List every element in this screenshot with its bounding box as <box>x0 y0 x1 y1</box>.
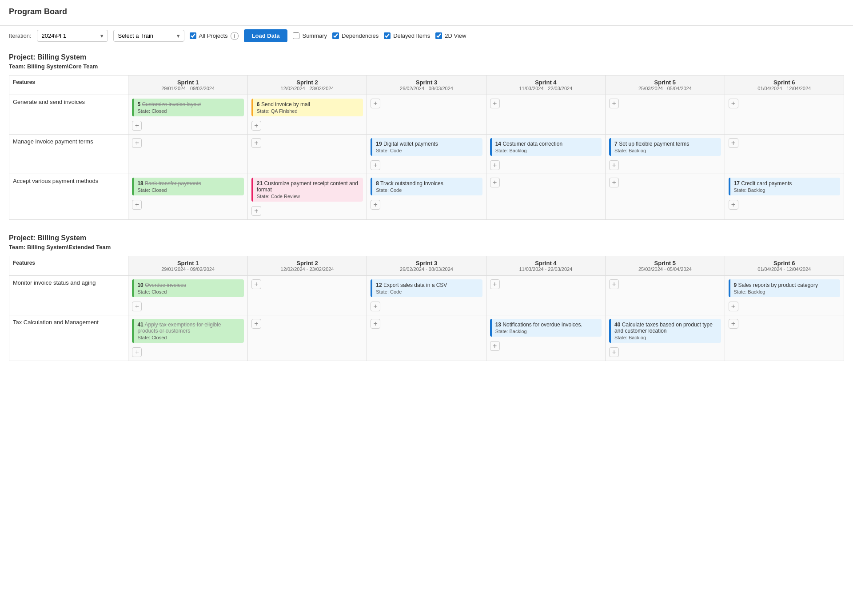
add-card-btn-2-2[interactable]: + <box>371 200 380 210</box>
add-card-btn-0-2[interactable]: + <box>371 302 380 311</box>
feature-row-2: Accept various payment methods18 Bank tr… <box>9 174 844 220</box>
cell-1-2: + <box>367 315 486 361</box>
add-card-btn-1-4[interactable]: + <box>609 160 619 170</box>
card-5[interactable]: 5 Customize invoice layoutState: Closed <box>132 99 243 116</box>
card-title: Apply tax exemptions for eligible produc… <box>137 322 221 334</box>
cell-1-1: + <box>247 135 367 174</box>
add-card-btn-1-0[interactable]: + <box>132 347 142 357</box>
card-title: Bank transfer payments <box>145 180 201 187</box>
add-card-btn-1-2[interactable]: + <box>371 160 380 170</box>
cell-1-3: 13 Notifications for overdue invoices.St… <box>486 315 605 361</box>
card-state: State: Code <box>376 187 478 193</box>
add-card-btn-0-4[interactable]: + <box>609 99 619 108</box>
card-21[interactable]: 21 Customize payment receipt content and… <box>251 178 363 202</box>
card-19[interactable]: 19 Digital wallet paymentsState: Code <box>371 138 482 156</box>
add-card-btn-0-3[interactable]: + <box>490 99 500 108</box>
add-card-btn-0-5[interactable]: + <box>729 302 738 311</box>
cell-0-2: 12 Export sales data in a CSVState: Code… <box>367 276 486 315</box>
sprint-header-0: Sprint 129/01/2024 - 09/02/2024 <box>128 76 247 95</box>
add-card-btn-1-5[interactable]: + <box>729 138 738 148</box>
cell-1-1: + <box>247 315 367 361</box>
card-state: State: Closed <box>137 108 240 114</box>
sprint-header-3: Sprint 411/03/2024 - 22/03/2024 <box>486 76 605 95</box>
iteration-select[interactable]: 2024\PI 1 <box>37 30 108 42</box>
add-card-btn-1-3[interactable]: + <box>490 160 500 170</box>
all-projects-label: All Projects <box>199 32 228 39</box>
cell-2-4: + <box>606 174 725 220</box>
add-card-btn-0-1[interactable]: + <box>251 121 261 131</box>
card-id: 13 <box>495 322 501 328</box>
card-id: 19 <box>376 141 382 147</box>
two-d-view-group: 2D View <box>435 32 466 39</box>
add-card-btn-2-0[interactable]: + <box>132 200 142 210</box>
add-card-btn-0-5[interactable]: + <box>729 99 738 108</box>
add-card-btn-1-5[interactable]: + <box>729 319 738 329</box>
card-8[interactable]: 8 Track outstanding invoicesState: Code <box>371 178 482 195</box>
card-id: 14 <box>495 141 501 147</box>
card-13[interactable]: 13 Notifications for overdue invoices.St… <box>490 319 602 337</box>
delayed-items-group: Delayed Items <box>384 32 430 39</box>
cell-0-5: 9 Sales reports by product categoryState… <box>725 276 844 315</box>
card-title: Sales reports by product category <box>738 282 818 288</box>
two-d-view-label: 2D View <box>445 32 466 39</box>
card-7[interactable]: 7 Set up flexible payment termsState: Ba… <box>609 138 721 156</box>
info-icon[interactable]: i <box>231 32 239 40</box>
load-data-button[interactable]: Load Data <box>244 29 288 42</box>
add-card-btn-2-3[interactable]: + <box>490 178 500 187</box>
all-projects-checkbox[interactable] <box>190 32 196 39</box>
card-title: Overdue invoices <box>145 282 186 288</box>
cell-0-0: 10 Overdue invoicesState: Closed+ <box>128 276 247 315</box>
card-id: 41 <box>137 322 143 328</box>
card-id: 12 <box>376 282 382 288</box>
sprint-header-3: Sprint 411/03/2024 - 22/03/2024 <box>486 256 605 276</box>
feature-row-1: Tax Calculation and Management41 Apply t… <box>9 315 844 361</box>
add-card-btn-1-4[interactable]: + <box>609 347 619 357</box>
card-14[interactable]: 14 Costumer data correctionState: Backlo… <box>490 138 602 156</box>
board-table-1: FeaturesSprint 129/01/2024 - 09/02/2024S… <box>9 256 844 361</box>
card-state: State: Backlog <box>614 335 717 340</box>
summary-checkbox[interactable] <box>293 32 299 39</box>
card-id: 6 <box>257 101 260 107</box>
add-card-btn-0-2[interactable]: + <box>371 99 380 108</box>
card-18[interactable]: 18 Bank transfer paymentsState: Closed <box>132 178 243 195</box>
card-6[interactable]: 6 Send invoice by mailState: QA Finished <box>251 99 363 116</box>
add-card-btn-1-0[interactable]: + <box>132 138 142 148</box>
cell-0-5: + <box>725 95 844 135</box>
feature-row-1: Manage invoice payment terms++19 Digital… <box>9 135 844 174</box>
card-17[interactable]: 17 Credit card paymentsState: Backlog <box>729 178 840 195</box>
card-10[interactable]: 10 Overdue invoicesState: Closed <box>132 279 243 297</box>
add-card-btn-0-0[interactable]: + <box>132 302 142 311</box>
add-card-btn-1-1[interactable]: + <box>251 138 261 148</box>
card-title: Costumer data correction <box>502 141 562 147</box>
add-card-btn-2-4[interactable]: + <box>609 178 619 187</box>
card-state: State: Backlog <box>734 289 837 294</box>
cell-0-2: + <box>367 95 486 135</box>
two-d-view-checkbox[interactable] <box>435 32 442 39</box>
add-card-btn-1-2[interactable]: + <box>371 319 380 329</box>
add-card-btn-1-1[interactable]: + <box>251 319 261 329</box>
card-41[interactable]: 41 Apply tax exemptions for eligible pro… <box>132 319 243 343</box>
add-card-btn-0-0[interactable]: + <box>132 121 142 131</box>
card-12[interactable]: 12 Export sales data in a CSVState: Code <box>371 279 482 297</box>
dependencies-checkbox[interactable] <box>332 32 339 39</box>
card-9[interactable]: 9 Sales reports by product categoryState… <box>729 279 840 297</box>
card-state: State: Backlog <box>495 148 598 153</box>
train-select-wrapper[interactable]: Select a Train ▼ <box>113 30 184 42</box>
card-id: 18 <box>137 180 143 187</box>
add-card-btn-2-5[interactable]: + <box>729 200 738 210</box>
card-id: 10 <box>137 282 143 288</box>
delayed-items-checkbox[interactable] <box>384 32 391 39</box>
dependencies-group: Dependencies <box>332 32 379 39</box>
add-card-btn-0-4[interactable]: + <box>609 279 619 289</box>
train-select[interactable]: Select a Train <box>113 30 184 42</box>
add-card-btn-0-3[interactable]: + <box>490 279 500 289</box>
team-title-0: Team: Billing System\Core Team <box>9 63 844 70</box>
sprint-header-1: Sprint 212/02/2024 - 23/02/2024 <box>247 256 367 276</box>
card-40[interactable]: 40 Calculate taxes based on product type… <box>609 319 721 343</box>
add-card-btn-1-3[interactable]: + <box>490 341 500 351</box>
add-card-btn-2-1[interactable]: + <box>251 206 261 216</box>
add-card-btn-0-1[interactable]: + <box>251 279 261 289</box>
iteration-select-wrapper[interactable]: 2024\PI 1 ▼ <box>37 30 108 42</box>
card-id: 5 <box>137 101 140 107</box>
sprint-header-5: Sprint 601/04/2024 - 12/04/2024 <box>725 256 844 276</box>
